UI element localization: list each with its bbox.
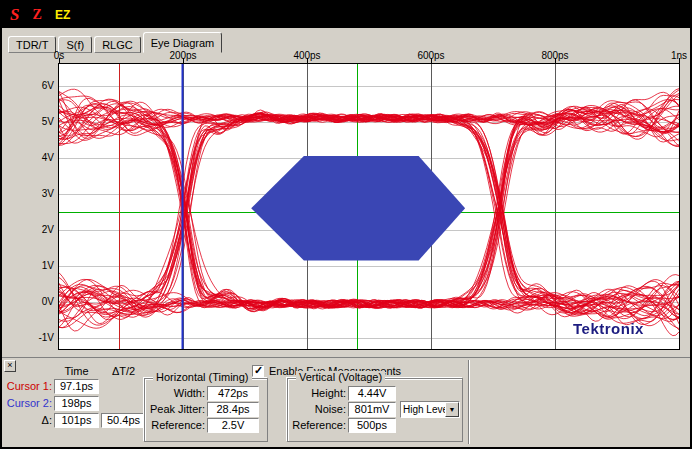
horizontal-timing-group: Horizontal (Timing) Width: 472ps Peak Ji… [144, 378, 268, 442]
dropdown-arrow-icon[interactable]: ▼ [445, 402, 459, 417]
horizontal-reference-label: Reference: [147, 418, 205, 432]
height-label: Height: [290, 386, 346, 400]
vertical-voltage-title: Vertical (Voltage) [296, 371, 385, 383]
app-icon-z[interactable]: Z [33, 2, 42, 28]
delta-label: Δ: [2, 413, 52, 427]
height-value: 4.44V [348, 386, 396, 401]
width-value: 472ps [207, 386, 259, 401]
delta-t-half-value: 50.4ps [101, 413, 146, 428]
check-icon: ✓ [254, 364, 263, 376]
delta-time-value: 101ps [54, 413, 99, 428]
y-tick-label: 4V [8, 152, 54, 163]
noise-level-dropdown[interactable]: High Level ▼ [400, 401, 460, 418]
cursor1-label: Cursor 1: [2, 379, 52, 393]
panel-divider [468, 360, 470, 444]
y-tick-label: 2V [8, 224, 54, 235]
peak-jitter-label: Peak Jitter: [147, 402, 205, 416]
y-tick-label: -1V [8, 332, 54, 343]
horizontal-reference-value: 2.5V [207, 418, 259, 433]
noise-label: Noise: [290, 402, 346, 416]
eye-diagram-canvas[interactable] [59, 64, 679, 349]
tektronix-logo: Tektronix [573, 320, 644, 337]
eye-diagram-plot [58, 63, 680, 350]
horizontal-timing-title: Horizontal (Timing) [153, 371, 252, 383]
cursor2-label: Cursor 2: [2, 396, 52, 410]
noise-value: 801mV [348, 402, 396, 417]
y-tick-label: 3V [8, 188, 54, 199]
app-icon-s[interactable]: S [10, 2, 19, 28]
width-label: Width: [147, 386, 205, 400]
close-panel-button[interactable]: × [4, 360, 16, 372]
app-icon-ez[interactable]: EZ [55, 2, 70, 28]
checkbox-box[interactable]: ✓ [252, 365, 264, 377]
delta-t-half-column-header: ΔT/2 [101, 365, 146, 377]
vertical-reference-label: Reference: [290, 418, 346, 432]
close-icon: × [7, 360, 12, 370]
vertical-reference-value: 500ps [348, 418, 396, 433]
y-tick-label: 6V [8, 80, 54, 91]
tab-tdrt[interactable]: TDR/T [8, 36, 56, 53]
vertical-voltage-group: Vertical (Voltage) Height: 4.44V Noise: … [287, 378, 463, 442]
cursor1-value: 97.1ps [54, 379, 99, 394]
cursor2-value: 198ps [54, 396, 99, 411]
noise-level-dropdown-value: High Level [403, 403, 450, 416]
y-tick-label: 0V [8, 296, 54, 307]
titlebar: S Z EZ [2, 2, 690, 28]
peak-jitter-value: 28.4ps [207, 402, 259, 417]
y-tick-label: 1V [8, 260, 54, 271]
y-tick-label: 5V [8, 116, 54, 127]
time-column-header: Time [54, 365, 99, 377]
app-window: S Z EZ TDR/T S(f) RLGC Eye Diagram 0s 20… [0, 0, 692, 449]
measurement-panel: × Time ΔT/2 Cursor 1: 97.1ps Cursor 2: 1… [2, 357, 690, 447]
tab-rlgc[interactable]: RLGC [94, 36, 141, 53]
